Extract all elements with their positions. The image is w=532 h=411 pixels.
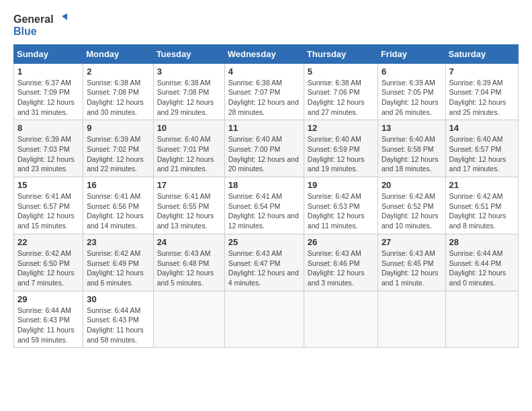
calendar-cell: 19 Sunrise: 6:42 AMSunset: 6:53 PMDaylig… (304, 177, 378, 234)
day-detail: Sunrise: 6:43 AMSunset: 6:46 PMDaylight:… (308, 249, 365, 287)
calendar-cell: 24 Sunrise: 6:43 AMSunset: 6:48 PMDaylig… (153, 234, 224, 291)
week-row-5: 29 Sunrise: 6:44 AMSunset: 6:43 PMDaylig… (14, 291, 519, 348)
logo-wrapper: General Blue (13, 13, 67, 38)
calendar-cell (304, 291, 378, 348)
weekday-header-tuesday: Tuesday (153, 44, 224, 63)
day-number: 6 (382, 66, 442, 77)
calendar-cell: 27 Sunrise: 6:43 AMSunset: 6:45 PMDaylig… (378, 234, 445, 291)
day-number: 17 (157, 180, 221, 190)
calendar-cell: 25 Sunrise: 6:43 AMSunset: 6:47 PMDaylig… (224, 234, 304, 291)
day-detail: Sunrise: 6:38 AMSunset: 7:07 PMDaylight:… (228, 79, 299, 116)
day-number: 24 (157, 237, 221, 247)
day-number: 16 (87, 180, 149, 190)
calendar-cell: 13 Sunrise: 6:40 AMSunset: 6:58 PMDaylig… (378, 120, 445, 177)
day-detail: Sunrise: 6:42 AMSunset: 6:49 PMDaylight:… (87, 249, 144, 287)
weekday-header-monday: Monday (83, 44, 153, 63)
calendar-cell: 3 Sunrise: 6:38 AMSunset: 7:08 PMDayligh… (153, 63, 224, 120)
day-number: 4 (228, 66, 300, 77)
day-number: 18 (228, 180, 300, 190)
day-number: 30 (87, 294, 149, 304)
svg-marker-0 (62, 13, 67, 20)
day-detail: Sunrise: 6:37 AMSunset: 7:09 PMDaylight:… (17, 79, 75, 116)
day-number: 23 (87, 237, 149, 247)
day-detail: Sunrise: 6:42 AMSunset: 6:52 PMDaylight:… (382, 192, 439, 230)
calendar-cell: 17 Sunrise: 6:41 AMSunset: 6:55 PMDaylig… (153, 177, 224, 234)
calendar-cell: 8 Sunrise: 6:39 AMSunset: 7:03 PMDayligh… (14, 120, 83, 177)
calendar-cell (378, 291, 445, 348)
calendar-cell: 10 Sunrise: 6:40 AMSunset: 7:01 PMDaylig… (153, 120, 224, 177)
day-detail: Sunrise: 6:40 AMSunset: 6:57 PMDaylight:… (449, 135, 506, 173)
calendar-cell: 15 Sunrise: 6:41 AMSunset: 6:57 PMDaylig… (14, 177, 83, 234)
day-detail: Sunrise: 6:40 AMSunset: 6:59 PMDaylight:… (308, 135, 365, 173)
weekday-header-thursday: Thursday (304, 44, 378, 63)
day-number: 7 (449, 66, 515, 77)
day-detail: Sunrise: 6:41 AMSunset: 6:56 PMDaylight:… (87, 192, 144, 230)
day-number: 29 (17, 294, 79, 304)
day-detail: Sunrise: 6:40 AMSunset: 6:58 PMDaylight:… (382, 135, 439, 173)
calendar-cell: 29 Sunrise: 6:44 AMSunset: 6:43 PMDaylig… (14, 291, 83, 348)
day-number: 1 (17, 66, 79, 77)
calendar-cell (445, 291, 518, 348)
day-detail: Sunrise: 6:44 AMSunset: 6:44 PMDaylight:… (449, 249, 506, 287)
calendar-cell: 4 Sunrise: 6:38 AMSunset: 7:07 PMDayligh… (224, 63, 304, 120)
day-number: 20 (382, 180, 442, 190)
calendar-cell: 1 Sunrise: 6:37 AMSunset: 7:09 PMDayligh… (14, 63, 83, 120)
day-detail: Sunrise: 6:42 AMSunset: 6:50 PMDaylight:… (17, 249, 75, 287)
day-number: 2 (87, 66, 149, 77)
day-detail: Sunrise: 6:40 AMSunset: 7:00 PMDaylight:… (228, 135, 299, 173)
day-detail: Sunrise: 6:38 AMSunset: 7:08 PMDaylight:… (87, 79, 144, 116)
logo-general: General (13, 13, 54, 26)
calendar-cell: 14 Sunrise: 6:40 AMSunset: 6:57 PMDaylig… (445, 120, 518, 177)
week-row-4: 22 Sunrise: 6:42 AMSunset: 6:50 PMDaylig… (14, 234, 519, 291)
calendar-cell: 30 Sunrise: 6:44 AMSunset: 6:43 PMDaylig… (83, 291, 153, 348)
calendar-cell: 6 Sunrise: 6:39 AMSunset: 7:05 PMDayligh… (378, 63, 445, 120)
page-header: General Blue (13, 13, 519, 38)
day-detail: Sunrise: 6:42 AMSunset: 6:53 PMDaylight:… (308, 192, 365, 230)
day-detail: Sunrise: 6:38 AMSunset: 7:08 PMDaylight:… (157, 79, 214, 116)
day-number: 28 (449, 237, 515, 247)
logo-blue: Blue (13, 26, 67, 38)
day-detail: Sunrise: 6:41 AMSunset: 6:57 PMDaylight:… (17, 192, 75, 230)
day-number: 21 (449, 180, 515, 190)
day-number: 3 (157, 66, 221, 77)
weekday-header-friday: Friday (378, 44, 445, 63)
day-detail: Sunrise: 6:42 AMSunset: 6:51 PMDaylight:… (449, 192, 506, 230)
day-number: 5 (308, 66, 374, 77)
day-number: 22 (17, 237, 79, 247)
day-detail: Sunrise: 6:44 AMSunset: 6:43 PMDaylight:… (17, 306, 75, 344)
logo-bird-icon (55, 13, 67, 26)
calendar-cell: 16 Sunrise: 6:41 AMSunset: 6:56 PMDaylig… (83, 177, 153, 234)
day-number: 12 (308, 123, 374, 133)
calendar-cell: 12 Sunrise: 6:40 AMSunset: 6:59 PMDaylig… (304, 120, 378, 177)
day-number: 13 (382, 123, 442, 133)
day-number: 27 (382, 237, 442, 247)
day-detail: Sunrise: 6:40 AMSunset: 7:01 PMDaylight:… (157, 135, 214, 173)
weekday-header-saturday: Saturday (445, 44, 518, 63)
calendar-cell: 20 Sunrise: 6:42 AMSunset: 6:52 PMDaylig… (378, 177, 445, 234)
day-number: 26 (308, 237, 374, 247)
calendar-cell: 2 Sunrise: 6:38 AMSunset: 7:08 PMDayligh… (83, 63, 153, 120)
calendar-cell: 22 Sunrise: 6:42 AMSunset: 6:50 PMDaylig… (14, 234, 83, 291)
day-number: 10 (157, 123, 221, 133)
day-detail: Sunrise: 6:43 AMSunset: 6:45 PMDaylight:… (382, 249, 439, 287)
day-number: 14 (449, 123, 515, 133)
day-detail: Sunrise: 6:39 AMSunset: 7:04 PMDaylight:… (449, 79, 506, 116)
day-number: 8 (17, 123, 79, 133)
day-detail: Sunrise: 6:43 AMSunset: 6:47 PMDaylight:… (228, 249, 299, 287)
day-number: 15 (17, 180, 79, 190)
week-row-3: 15 Sunrise: 6:41 AMSunset: 6:57 PMDaylig… (14, 177, 519, 234)
day-number: 9 (87, 123, 149, 133)
calendar-cell: 23 Sunrise: 6:42 AMSunset: 6:49 PMDaylig… (83, 234, 153, 291)
calendar-cell: 11 Sunrise: 6:40 AMSunset: 7:00 PMDaylig… (224, 120, 304, 177)
calendar-table: SundayMondayTuesdayWednesdayThursdayFrid… (13, 44, 519, 349)
weekday-header-wednesday: Wednesday (224, 44, 304, 63)
week-row-2: 8 Sunrise: 6:39 AMSunset: 7:03 PMDayligh… (14, 120, 519, 177)
calendar-cell (224, 291, 304, 348)
weekday-header-sunday: Sunday (14, 44, 83, 63)
week-row-1: 1 Sunrise: 6:37 AMSunset: 7:09 PMDayligh… (14, 63, 519, 120)
calendar-cell (153, 291, 224, 348)
calendar-cell: 9 Sunrise: 6:39 AMSunset: 7:02 PMDayligh… (83, 120, 153, 177)
day-detail: Sunrise: 6:41 AMSunset: 6:54 PMDaylight:… (228, 192, 299, 230)
day-detail: Sunrise: 6:43 AMSunset: 6:48 PMDaylight:… (157, 249, 214, 287)
day-number: 19 (308, 180, 374, 190)
